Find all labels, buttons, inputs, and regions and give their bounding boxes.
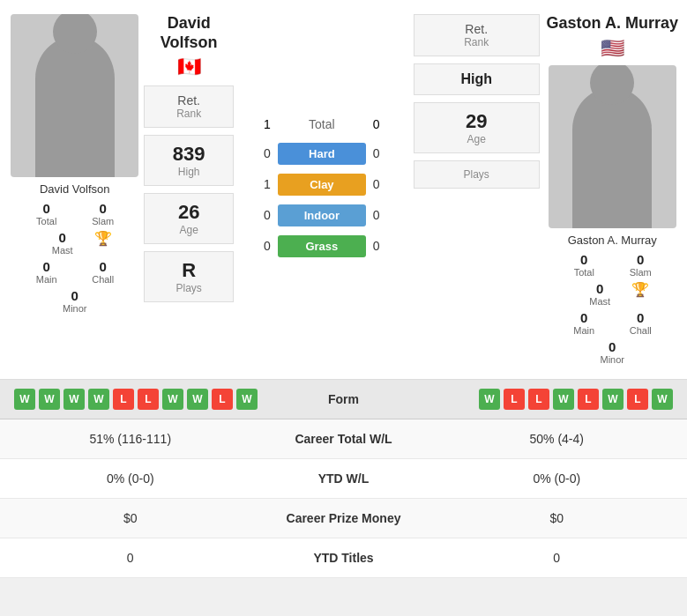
stats-section: 51% (116-111)Career Total W/L50% (4-4)0%…: [0, 419, 687, 578]
form-badge-p1: L: [212, 389, 233, 410]
form-section: WWWWLLWWLW Form WLLWLWLW: [0, 380, 687, 419]
player2-plays-label: Plays: [432, 168, 521, 181]
form-badge-p1: W: [14, 389, 35, 410]
form-player1-badges: WWWWLLWWLW: [14, 389, 291, 410]
player1-rank-sublabel: Rank: [162, 108, 214, 120]
grass-right-val: 0: [373, 239, 400, 253]
stats-row: 51% (116-111)Career Total W/L50% (4-4): [0, 419, 687, 459]
player1-age-box: 26 Age: [144, 193, 233, 244]
stats-left-value: 0% (0-0): [14, 471, 247, 486]
stats-center-label: YTD Titles: [247, 551, 441, 565]
total-label: Total: [278, 117, 366, 131]
form-badge-p2: W: [553, 389, 574, 410]
player1-flag: 🇨🇦: [144, 56, 233, 78]
stats-row: 0YTD Titles0: [0, 538, 687, 578]
player2-flag: 🇺🇸: [547, 37, 678, 60]
form-badge-p1: L: [138, 389, 159, 410]
clay-row: 1 Clay 0: [244, 174, 400, 196]
player2-age-label: Age: [432, 133, 521, 145]
stats-left-value: 51% (116-111): [14, 432, 247, 446]
grass-button[interactable]: Grass: [278, 235, 366, 257]
trophy-icon-2: 🏆: [631, 281, 649, 298]
clay-button[interactable]: Clay: [278, 174, 366, 196]
grass-left-val: 0: [244, 239, 271, 253]
stats-row: $0Career Prize Money$0: [0, 499, 687, 538]
hard-row: 0 Hard 0: [244, 143, 400, 165]
player2-minor: 0 Minor: [586, 339, 638, 365]
player1-slam: 0 Slam: [77, 201, 130, 226]
form-badge-p2: W: [652, 389, 673, 410]
player1-card: David Volfson 0 Total 0 Slam 0 Mast 🏆: [9, 14, 140, 365]
stats-center-label: Career Prize Money: [247, 511, 441, 525]
player2-slam: 0 Slam: [614, 252, 667, 278]
stats-right-value: 50% (4-4): [441, 432, 674, 446]
indoor-button[interactable]: Indoor: [278, 204, 366, 226]
form-badge-p2: L: [504, 389, 525, 410]
player1-minor: 0 Minor: [49, 288, 101, 314]
player1-trophy: 🏆: [93, 230, 114, 256]
total-left-val: 1: [244, 117, 271, 131]
player2-trophy: 🏆: [630, 281, 651, 307]
player1-center-stats: David Volfson 🇨🇦 Ret. Rank 839 High 26 A…: [144, 14, 233, 365]
stats-left-value: 0: [14, 551, 247, 565]
player1-plays-label: Plays: [162, 282, 214, 294]
player2-age-box: 29 Age: [414, 102, 540, 153]
total-right-val: 0: [373, 117, 400, 131]
player1-age-value: 26: [162, 201, 214, 224]
stats-right-value: 0% (0-0): [441, 471, 674, 486]
grass-row: 0 Grass 0: [244, 235, 400, 257]
player1-high-label: High: [162, 166, 214, 178]
player2-name-header: Gaston A. Murray: [547, 14, 678, 33]
form-badge-p1: W: [63, 389, 85, 410]
player2-rank-sublabel: Rank: [432, 36, 521, 48]
player2-rank-box: Ret. Rank: [414, 14, 540, 56]
form-badge-p1: L: [113, 389, 134, 410]
player1-chall: 0 Chall: [77, 259, 130, 285]
stats-row: 0% (0-0)YTD W/L0% (0-0): [0, 459, 687, 499]
player1-plays-box: R Plays: [144, 251, 233, 302]
player1-name: David Volfson: [40, 182, 110, 196]
form-badge-p2: L: [627, 389, 648, 410]
form-badge-p1: W: [88, 389, 109, 410]
player1-main: 0 Main: [20, 259, 73, 285]
player1-high-box: 839 High: [144, 135, 233, 186]
player1-name-center: David Volfson: [144, 14, 233, 52]
player2-age-value: 29: [432, 110, 521, 133]
hard-left-val: 0: [244, 146, 271, 160]
avatar-silhouette-2: [572, 87, 652, 228]
stats-left-value: $0: [14, 511, 247, 525]
main-container: David Volfson 0 Total 0 Slam 0 Mast 🏆: [0, 0, 687, 578]
form-badge-p2: L: [578, 389, 599, 410]
player2-center-stats: Ret. Rank High 29 Age Plays: [410, 14, 543, 365]
player2-chall: 0 Chall: [614, 310, 667, 336]
form-badge-p1: W: [162, 389, 183, 410]
player1-high-value: 839: [162, 143, 214, 166]
stats-center-label: Career Total W/L: [247, 432, 441, 446]
player2-total: 0 Total: [557, 252, 610, 278]
player2-rank-label: Ret.: [432, 22, 521, 36]
player1-rank-label: Ret.: [162, 93, 214, 108]
hard-right-val: 0: [373, 146, 400, 160]
clay-left-val: 1: [244, 177, 271, 191]
form-badge-p1: W: [236, 389, 258, 410]
form-label: Form: [291, 392, 397, 406]
player2-mast: 0 Mast: [573, 281, 626, 307]
player1-plays-value: R: [162, 259, 214, 282]
stats-right-value: $0: [441, 511, 674, 525]
clay-right-val: 0: [373, 177, 400, 191]
player1-mast: 0 Mast: [36, 230, 89, 256]
player1-rank-box: Ret. Rank: [144, 85, 233, 128]
player2-card: Gaston A. Murray 🇺🇸 Gaston A. Murray 0 T…: [547, 14, 678, 365]
player1-age-label: Age: [162, 224, 214, 236]
form-badge-p1: W: [187, 389, 208, 410]
court-rows: 1 Total 0 0 Hard 0 1 Clay 0 0 Indoor 0: [237, 14, 407, 365]
player2-plays-box: Plays: [414, 160, 540, 189]
stats-right-value: 0: [441, 551, 674, 565]
avatar-silhouette-1: [35, 36, 115, 177]
player2-high-box: High: [414, 63, 540, 95]
player1-stats: 0 Total 0 Slam 0 Mast 🏆 0 Main: [9, 201, 140, 314]
form-badge-p1: W: [39, 389, 60, 410]
form-badge-p2: W: [479, 389, 500, 410]
hard-button[interactable]: Hard: [278, 143, 366, 165]
form-badge-p2: W: [602, 389, 624, 410]
